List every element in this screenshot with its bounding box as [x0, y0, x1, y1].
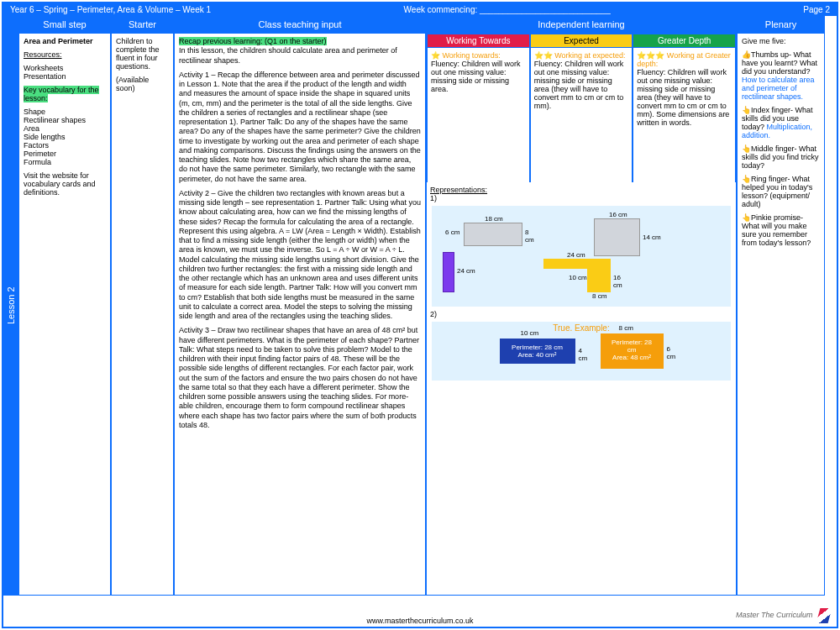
title-mid: Week commencing: _______________________…	[404, 5, 611, 14]
vocab-note: Visit the website for vocabulary cards a…	[24, 171, 106, 197]
dim-label: 8 cm	[619, 324, 633, 332]
logo-stripe-icon	[816, 608, 832, 623]
teaching-intro: In this lesson, the children should calc…	[179, 46, 421, 66]
plenary-intro: Give me five:	[742, 37, 820, 45]
teaching-col: Recap previous learning: (Q1 on the star…	[174, 33, 426, 596]
wt-header: Working Towards	[427, 34, 530, 48]
star-icon: ⭐⭐⭐ Working at Greater depth:	[637, 51, 730, 68]
dim-label: 18 cm	[485, 215, 503, 223]
lesson-plan-page: Year 6 – Spring – Perimeter, Area & Volu…	[2, 2, 838, 628]
lesson-tab: Lesson 2	[3, 16, 18, 596]
starter-text: Children to complete the fluent in four …	[116, 37, 169, 71]
plenary-col: Give me five: 👍Thumbs up- What have you …	[737, 33, 825, 596]
perimeter-box-2: Perimeter: 28 cm Area: 48 cm²	[601, 333, 664, 369]
rep1-diagram: 18 cm 6 cm 8 cm 24 cm 16 cm 14 cm	[432, 206, 731, 307]
top-bar: Year 6 – Spring – Perimeter, Area & Volu…	[3, 3, 837, 16]
rep2-title: True. Example:	[432, 323, 731, 333]
purple-shape	[443, 252, 454, 292]
gd-content: ⭐⭐⭐ Working at Greater depth: Fluency: C…	[633, 48, 736, 182]
activity-1: Activity 1 – Recap the difference betwee…	[179, 71, 421, 184]
rep1-number: 1)	[430, 194, 437, 202]
l-shape-side	[587, 259, 611, 292]
independent-col: Working Towards Expected Greater Depth ⭐…	[426, 33, 737, 596]
logo: Master The Curriculum	[736, 608, 830, 623]
starter-col: Children to complete the fluent in four …	[111, 33, 174, 596]
header-starter: Starter	[111, 16, 174, 33]
box1-text: Perimeter: 28 cm Area: 40 cm²	[512, 344, 563, 359]
dim-label: 14 cm	[643, 234, 661, 241]
ring-text: 👆Ring finger- What helped you in today's…	[742, 175, 812, 208]
vocab-list: Shape Rectilinear shapes Area Side lengt…	[24, 108, 106, 166]
wt-text: Fluency: Children will work out one miss…	[431, 60, 526, 93]
dim-label: 6 cm	[445, 228, 459, 236]
small-step-col: Area and Perimeter Resources: Worksheets…	[18, 33, 111, 596]
gd-text: Fluency: Children will work out one miss…	[637, 68, 732, 127]
dim-label: 8 cm	[592, 292, 606, 300]
rect2-shape	[594, 218, 640, 256]
vocab-label: Key vocabulary for the lesson:	[24, 86, 99, 102]
thumb-text: 👍Thumbs up- What have you learnt? What d…	[742, 50, 817, 76]
header-small-step: Small step	[18, 16, 111, 33]
thumb-answer: How to calculate area and perimeter of r…	[742, 76, 815, 101]
header-independent: Independent learning	[426, 16, 737, 33]
dim-label: 10 cm	[521, 329, 539, 337]
rect-shape	[464, 223, 522, 246]
dim-label: 8 cm	[525, 228, 534, 244]
ex-text: Fluency: Children will work out one miss…	[534, 60, 629, 110]
activity-3: Activity 3 – Draw two rectilinear shapes…	[179, 326, 421, 430]
representations-section: Representations: 1) 18 cm 6 cm 8 cm 24 c…	[427, 182, 736, 387]
recap-heading: Recap previous learning: (Q1 on the star…	[179, 37, 327, 45]
resources-list: Worksheets Presentation	[24, 64, 106, 81]
activity-2: Activity 2 – Give the children two recta…	[179, 189, 421, 322]
star-icon: ⭐ Working towards:	[431, 51, 501, 60]
dim-label: 24 cm	[567, 251, 585, 259]
wt-content: ⭐ Working towards: Fluency: Children wil…	[427, 48, 530, 182]
box2-text: Perimeter: 28 cm Area: 48 cm²	[612, 339, 652, 361]
title-right: Page 2	[803, 5, 830, 14]
gd-header: Greater Depth	[633, 34, 736, 48]
pinkie-text: 👆Pinkie promise- What will you make sure…	[742, 213, 811, 247]
dim-label: 6 cm	[667, 345, 676, 360]
rep2-diagram: True. Example: 10 cm Perimeter: 28 cm Ar…	[432, 322, 731, 381]
header-teaching: Class teaching input	[174, 16, 426, 33]
star-icon: ⭐⭐ Working at expected:	[534, 51, 626, 60]
rep2-number: 2)	[430, 310, 437, 318]
perimeter-box-1: Perimeter: 28 cm Area: 40 cm²	[500, 339, 575, 364]
dim-label: 24 cm	[457, 267, 475, 275]
ex-header: Expected	[530, 34, 633, 48]
header-plenary: Plenary	[737, 16, 825, 33]
resources-label: Resources:	[24, 50, 106, 59]
dim-label: 16 cm	[613, 274, 622, 289]
logo-text: Master The Curriculum	[736, 611, 813, 619]
ex-content: ⭐⭐ Working at expected: Fluency: Childre…	[530, 48, 633, 182]
lesson-title: Area and Perimeter	[24, 37, 106, 45]
dim-label: 4 cm	[579, 347, 588, 362]
middle-text: 👆Middle finger- What skills did you find…	[742, 144, 819, 170]
dim-label: 16 cm	[609, 211, 627, 218]
title-left: Year 6 – Spring – Perimeter, Area & Volu…	[10, 5, 211, 14]
footer-url: www.masterthecurriculum.co.uk	[3, 617, 837, 625]
rep-label: Representations:	[430, 186, 732, 194]
dim-label: 10 cm	[569, 274, 587, 281]
starter-note: (Available soon)	[116, 76, 169, 92]
